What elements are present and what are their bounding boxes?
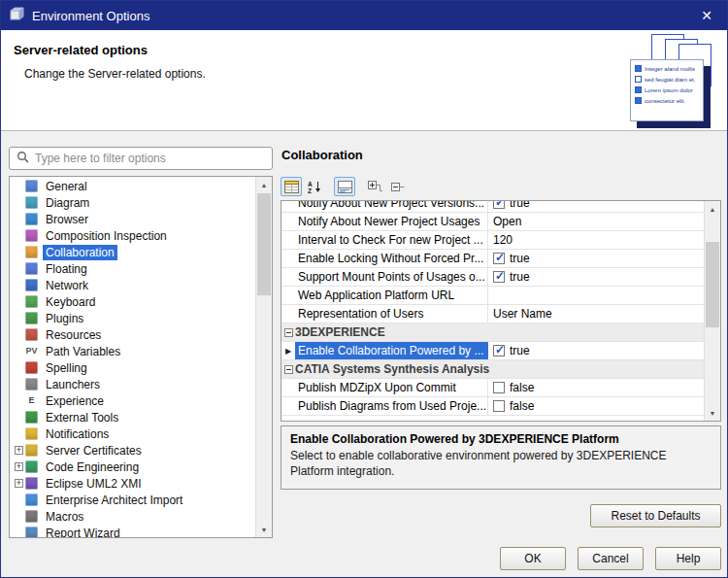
sidebar-item-spelling[interactable]: Spelling — [10, 359, 255, 376]
close-button[interactable]: ✕ — [695, 6, 718, 25]
section-row-catia-systems-synthesis-analysis[interactable]: CATIA Systems Synthesis Analysis — [281, 360, 704, 379]
sidebar-item-floating[interactable]: Floating — [10, 260, 255, 277]
checklist-text: consectetur elit. — [645, 98, 685, 104]
ok-button[interactable]: OK — [500, 547, 566, 570]
property-row-support-mount-points-of-usages-o[interactable]: Support Mount Points of Usages o...true — [281, 268, 704, 287]
expand-toggle-icon[interactable]: + — [15, 462, 23, 471]
sidebar-item-notifications[interactable]: Notifications — [10, 425, 255, 442]
show-description-button[interactable] — [334, 177, 355, 196]
property-value[interactable]: false — [488, 379, 704, 396]
sidebar-item-resources[interactable]: Resources — [10, 326, 255, 343]
svg-text:A: A — [308, 181, 313, 187]
sidebar-item-label: Diagram — [43, 195, 92, 211]
resources-icon — [25, 328, 38, 341]
property-label: Enable Locking Without Forced Pr... — [295, 250, 488, 267]
sidebar-item-label: Composition Inspection — [43, 228, 170, 244]
sidebar-item-server-certificates[interactable]: +Server Certificates — [10, 442, 255, 459]
minus-box-icon[interactable] — [284, 328, 293, 337]
checkbox[interactable] — [493, 382, 505, 393]
selected-row-arrow-icon: ▶ — [281, 342, 295, 359]
section-row-3dexperience[interactable]: 3DEXPERIENCE — [281, 323, 704, 342]
property-label: Enable Collaboration Powered by ... — [295, 342, 488, 359]
property-label: Interval to Check For new Project ... — [295, 231, 488, 249]
sidebar-item-code-engineering[interactable]: +Code Engineering — [10, 459, 255, 475]
property-row-notify-about-newer-project-usages[interactable]: Notify About Newer Project UsagesOpen — [281, 213, 704, 231]
dialog-header: Server-related options Change the Server… — [1, 30, 727, 131]
scrollbar-thumb[interactable] — [257, 193, 271, 295]
tree-indent — [13, 262, 25, 275]
checkbox[interactable] — [493, 400, 505, 412]
sidebar-item-keyboard[interactable]: Keyboard — [10, 293, 255, 310]
property-value[interactable]: true — [488, 201, 704, 212]
sidebar-item-enterprise-architect-import[interactable]: Enterprise Architect Import — [10, 492, 255, 508]
cancel-button[interactable]: Cancel — [578, 547, 644, 570]
sidebar-item-launchers[interactable]: Launchers — [10, 376, 255, 392]
scrollbar-thumb[interactable] — [706, 242, 719, 327]
sidebar-item-label: Floating — [43, 261, 90, 277]
sidebar-item-browser[interactable]: Browser — [10, 211, 255, 227]
window-title: Environment Options — [32, 9, 149, 23]
property-value[interactable] — [488, 287, 704, 304]
properties-table: Notify About New Project Versions...true… — [281, 200, 721, 422]
property-row-notify-about-new-project-versions[interactable]: Notify About New Project Versions...true — [281, 201, 704, 213]
sidebar-item-general[interactable]: General — [10, 178, 255, 194]
property-row-interval-to-check-for-new-project[interactable]: Interval to Check For new Project ...120 — [281, 231, 704, 250]
page-title: Server-related options — [14, 43, 148, 57]
minus-box-icon[interactable] — [284, 365, 293, 374]
property-row-representation-of-users[interactable]: Representation of UsersUser Name — [281, 305, 704, 323]
property-value[interactable]: true — [488, 342, 704, 359]
network-globe-icon — [25, 279, 38, 291]
diagram-icon — [25, 196, 38, 209]
property-row-web-application-platform-url[interactable]: Web Application Platform URL — [281, 287, 704, 305]
sidebar-item-diagram[interactable]: Diagram — [10, 194, 255, 211]
collapse-section-icon[interactable] — [281, 360, 295, 378]
categorized-view-button[interactable] — [281, 177, 302, 196]
reset-to-defaults-button[interactable]: Reset to Defaults — [590, 504, 721, 527]
property-value[interactable]: true — [488, 250, 704, 267]
expand-all-button[interactable] — [364, 177, 385, 196]
expand-toggle-icon[interactable]: + — [15, 479, 23, 488]
sidebar-item-composition-inspection[interactable]: Composition Inspection — [10, 227, 255, 244]
help-button[interactable]: Help — [655, 547, 721, 570]
checklist-line: Integer aland mollis — [635, 65, 699, 72]
sidebar-item-report-wizard[interactable]: Report Wizard — [10, 525, 255, 537]
checkbox[interactable] — [493, 253, 505, 264]
scroll-up-arrow[interactable]: ▲ — [705, 201, 720, 217]
property-row-enable-collaboration-powered-by[interactable]: ▶Enable Collaboration Powered by ...true — [281, 342, 704, 360]
tree-scrollbar[interactable]: ▲ ▼ — [255, 177, 272, 537]
checkbox[interactable] — [493, 271, 505, 283]
sidebar-item-collaboration[interactable]: Collaboration — [10, 244, 255, 260]
expand-toggle-icon[interactable]: + — [15, 446, 23, 455]
scroll-down-arrow[interactable]: ▼ — [705, 405, 720, 421]
sidebar-item-network[interactable]: Network — [10, 277, 255, 293]
property-label: Publish Diagrams from Used Proje... — [295, 397, 488, 415]
collapse-all-button[interactable] — [387, 177, 409, 196]
filter-options-input[interactable] — [35, 152, 265, 165]
property-value[interactable]: 120 — [488, 231, 704, 249]
sidebar-item-experience[interactable]: EExperience — [10, 392, 255, 409]
property-label: Web Application Platform URL — [295, 287, 488, 304]
sidebar-item-path-variables[interactable]: PVPath Variables — [10, 343, 255, 359]
checkbox[interactable] — [493, 345, 505, 357]
property-row-publish-mdzipx-upon-commit[interactable]: Publish MDZipX Upon Commitfalse — [281, 379, 704, 397]
plugins-icon — [25, 312, 38, 324]
scroll-up-arrow[interactable]: ▲ — [256, 177, 272, 192]
property-row-enable-locking-without-forced-pr[interactable]: Enable Locking Without Forced Pr...true — [281, 250, 704, 268]
checkbox-value-text: false — [510, 399, 534, 413]
sidebar-item-eclipse-uml2-xmi[interactable]: +Eclipse UML2 XMI — [10, 475, 255, 492]
table-scrollbar[interactable]: ▲ ▼ — [704, 201, 720, 421]
sidebar-item-label: Spelling — [43, 360, 90, 376]
property-value[interactable]: Open — [488, 213, 704, 230]
property-value[interactable]: true — [488, 268, 704, 286]
collapse-section-icon[interactable] — [281, 323, 295, 341]
alphabetical-sort-button[interactable]: AZ — [304, 177, 325, 196]
sidebar-item-label: Experience — [43, 393, 107, 409]
sidebar-item-plugins[interactable]: Plugins — [10, 310, 255, 326]
property-value[interactable]: false — [488, 397, 704, 415]
sidebar-item-external-tools[interactable]: External Tools — [10, 409, 255, 425]
scroll-down-arrow[interactable]: ▼ — [256, 522, 272, 537]
property-row-publish-diagrams-from-used-proje[interactable]: Publish Diagrams from Used Proje...false — [281, 397, 704, 416]
sidebar-item-macros[interactable]: Macros — [10, 508, 255, 525]
property-value[interactable]: User Name — [488, 305, 704, 323]
checkbox[interactable] — [493, 201, 505, 209]
